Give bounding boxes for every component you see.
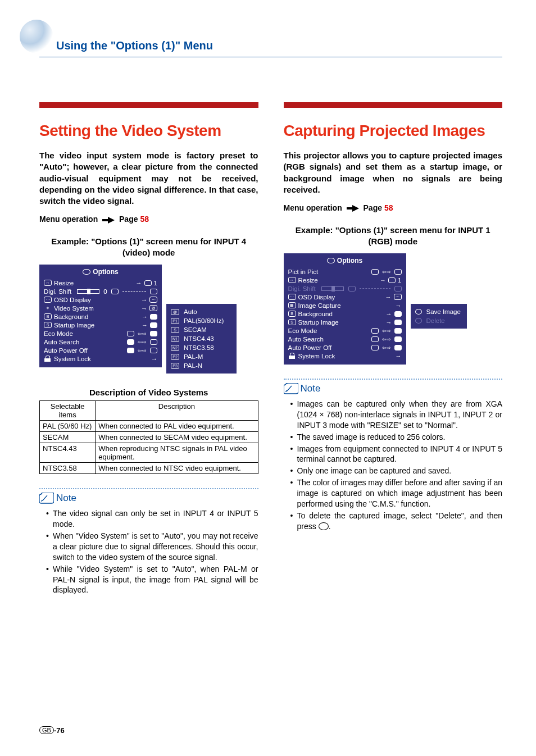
note-list: Images can be captured only when they ar… — [284, 399, 503, 532]
arrow-right-icon — [347, 205, 359, 212]
lock-icon — [288, 353, 296, 359]
region-badge: GB — [39, 726, 54, 734]
page-footer: GB-76 — [39, 726, 65, 735]
osd-panel-input1: Options Pict in Pict⇦⇨ ↔Resize→1 Digi. S… — [284, 253, 406, 365]
note-item: When "Video System" is set to "Auto", yo… — [47, 531, 258, 563]
note-item: To delete the captured image, select "De… — [292, 511, 503, 532]
menu-operation-ref: Menu operation Page 58 — [39, 215, 258, 224]
lead-text: The video input system mode is factory p… — [39, 150, 258, 207]
section-bar — [284, 102, 503, 108]
example-caption: Example: "Options (1)" screen menu for I… — [39, 236, 258, 258]
svg-marker-4 — [352, 205, 359, 212]
right-column: Capturing Projected Images This projecto… — [284, 102, 503, 596]
table-row: PAL (50/60 Hz)When connected to PAL vide… — [40, 421, 258, 432]
section-bar — [39, 102, 258, 108]
section-heading-video-system: Setting the Video System — [39, 122, 258, 140]
svg-rect-1 — [102, 219, 108, 221]
note-item: The saved image is reduced to 256 colors… — [292, 432, 503, 443]
example-caption: Example: "Options (1)" screen menu for I… — [284, 225, 503, 247]
image-capture-submenu: Save Image Delete — [411, 304, 467, 329]
note-item: Images from equipment connected to INPUT… — [292, 444, 503, 465]
page-number-ref: 58 — [384, 203, 393, 212]
header-rule — [39, 57, 502, 57]
note-item: The color of images may differ before an… — [292, 477, 503, 509]
table-row: NTSC4.43When reproducing NTSC signals in… — [40, 443, 258, 463]
video-systems-table: Selectable items Description PAL (50/60 … — [39, 400, 258, 474]
menu-operation-label: Menu operation — [284, 203, 342, 212]
left-column: Setting the Video System The video input… — [39, 102, 258, 596]
table-row: NTSC3.58When connected to NTSC video equ… — [40, 463, 258, 474]
page-title: Using the "Options (1)" Menu — [56, 39, 502, 52]
note-item: Images can be captured only when they ar… — [292, 399, 503, 431]
note-item: The video signal can only be set in INPU… — [47, 508, 258, 530]
lock-icon — [44, 356, 52, 362]
note-label: Note — [301, 383, 321, 394]
video-system-submenu: @Auto P1PAL(50/60Hz) SSECAM N1NTSC4.43 N… — [166, 304, 237, 374]
note-divider — [284, 379, 503, 380]
section-heading-capture: Capturing Projected Images — [284, 122, 503, 140]
table-header: Description — [96, 401, 258, 421]
note-divider — [39, 488, 258, 489]
page-number-ref: 58 — [140, 215, 149, 224]
page-label: Page — [119, 215, 138, 224]
osd-panel-input4: Options ↔Resize→1 Digi. Shift0 ⋯OSD Disp… — [39, 265, 162, 367]
page-label: Page — [364, 203, 382, 212]
svg-point-0 — [20, 20, 53, 53]
svg-marker-2 — [108, 217, 115, 224]
table-header: Selectable items — [40, 401, 96, 421]
table-caption: Description of Video Systems — [39, 388, 258, 397]
table-row: SECAMWhen connected to SECAM video equip… — [40, 432, 258, 443]
lead-text: This projector allows you to capture pro… — [284, 150, 503, 195]
arrow-right-icon — [102, 217, 115, 224]
note-icon — [284, 383, 298, 394]
note-list: The video signal can only be set in INPU… — [39, 508, 258, 595]
corner-decoration-icon — [17, 17, 56, 56]
note-label: Note — [56, 493, 76, 504]
menu-operation-ref: Menu operation Page 58 — [284, 203, 503, 212]
menu-operation-label: Menu operation — [39, 215, 98, 224]
note-item: While "Video System" is set to "Auto", w… — [47, 564, 258, 596]
osd-title: Options — [288, 257, 402, 265]
note-item: Only one image can be captured and saved… — [292, 466, 503, 476]
note-icon — [39, 493, 54, 504]
osd-title: Options — [44, 268, 157, 276]
enter-button-icon — [319, 522, 329, 530]
svg-rect-3 — [347, 207, 352, 210]
page-number: -76 — [54, 726, 65, 735]
